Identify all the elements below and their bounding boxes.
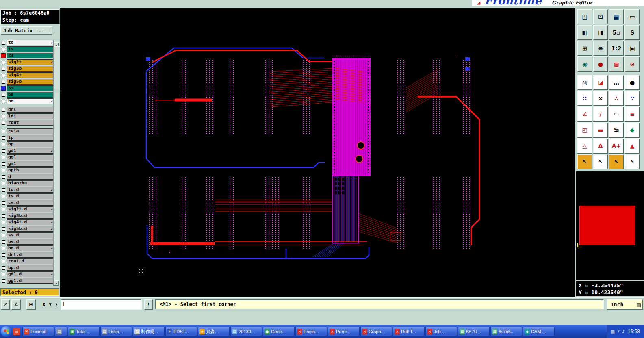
layer-row-tp[interactable]: tp [0,135,53,141]
layer-visibility-checkbox[interactable] [2,61,5,64]
layer-visibility-checkbox[interactable] [2,80,5,84]
layer-row-gd1.d[interactable]: gd1.d◢ [0,271,53,277]
layer-visibility-checkbox[interactable] [2,188,5,192]
quick-launch-foxmail-icon[interactable]: ✉ [13,328,20,335]
layer-name-label[interactable]: sig2t.d◢ [7,206,53,212]
layer-name-label[interactable]: bs [7,92,53,98]
blue-pair-dots-icon[interactable]: ∵ [624,91,640,106]
units-inch-button[interactable]: Inch [607,299,643,310]
tray-help-icon[interactable]: ? [617,329,620,334]
layer-row-cs[interactable]: cs◢ [0,53,53,58]
zoom-center-icon[interactable]: ⊕ [593,41,608,56]
layer-visibility-checkbox[interactable] [2,162,5,166]
taskbar-button-progr[interactable]: ×Progr... [328,327,360,336]
select-mode-button[interactable]: ↗ [1,299,10,310]
taskbar-button-6s7u6[interactable]: ▦6s7u6... [490,327,522,336]
layer-visibility-checkbox[interactable] [2,227,5,231]
layer-visibility-checkbox[interactable] [2,48,5,51]
layer-name-label[interactable]: sig5b [7,79,53,84]
layer-name-label[interactable]: ss [7,85,53,91]
layer-row-sig3b[interactable]: sig3b [0,66,53,72]
layer-name-label[interactable]: bo.d◢ [7,245,53,251]
layer-row-rout.d[interactable]: rout.d [0,258,53,264]
scale-1-2-icon[interactable]: 1:2 [609,41,624,56]
layer-visibility-checkbox[interactable] [2,143,5,146]
taskbar-button-graph[interactable]: ×Graph... [360,327,392,336]
layer-name-label[interactable]: gd1.d◢ [7,271,53,277]
layer-row-rout[interactable]: rout [0,120,53,126]
taskbar-button-gene[interactable]: ●Gene... [263,327,295,336]
active-layer-indicator[interactable] [1,53,6,58]
layer-row-cs.d[interactable]: cs.d [0,200,53,206]
layer-row-sig2t[interactable]: sig2t◢ [0,59,53,65]
layer-row-bo[interactable]: bo◢ [0,98,53,104]
taskbar-button-engin[interactable]: ×Engin... [295,327,327,336]
layer-name-label[interactable]: rout.d [7,258,53,264]
layer-name-label[interactable]: drl [7,107,53,113]
layer-visibility-checkbox[interactable] [2,115,5,118]
diagonal-line-icon[interactable]: ∕ [593,106,608,122]
layer-visibility-checkbox[interactable] [2,108,5,112]
taskbar-button-cam[interactable]: ◆CAM ... [523,327,555,336]
s-profile-icon[interactable]: S [624,25,640,40]
layer-row-bo.d[interactable]: bo.d◢ [0,245,53,251]
layer-name-label[interactable]: ss.d [7,232,53,238]
layer-visibility-checkbox[interactable] [2,67,5,71]
layer-row-to.d[interactable]: to.d◢ [0,187,53,193]
corner-flip-icon[interactable]: ◪ [593,75,608,90]
text-add-icon[interactable]: A+ [609,138,624,154]
layer-name-label[interactable]: gm1 [7,161,53,167]
taskbar-button-foxmail[interactable]: ✉Foxmail [22,327,54,336]
box-cursor-icon[interactable]: ↖ [609,154,624,169]
layer-visibility-checkbox[interactable] [2,121,5,125]
arrow-cursor-icon[interactable]: ↖ [593,154,608,169]
options-ellipsis-button[interactable]: … [609,75,624,90]
layer-name-label[interactable]: to◢ [7,40,53,46]
wide-monitor-icon[interactable]: ▭ [624,9,640,24]
taskbar-button-制作规[interactable]: ▤制作规... [133,327,165,336]
taskbar-button-total[interactable]: ▣Total ... [68,327,100,336]
layer-visibility-checkbox[interactable] [2,93,5,97]
layer-visibility-checkbox[interactable] [2,234,5,237]
red-pair-dots-icon[interactable]: ∴ [609,91,624,106]
taskbar-button-lister[interactable]: ▤Lister... [100,327,132,336]
clipboard-view-icon[interactable]: ▣ [624,41,640,56]
layer-row-ss[interactable]: ss [0,85,53,91]
layer-visibility-checkbox[interactable] [2,182,5,185]
width-measure-icon[interactable]: ↹ [609,122,624,138]
red-blue-dots-icon[interactable]: ∷ [577,91,592,106]
layer-visibility-checkbox[interactable] [2,74,5,77]
layer-name-label[interactable]: tp [7,135,53,141]
layer-name-label[interactable]: gg1 [7,154,53,160]
layer-name-label[interactable]: biaozhu [7,180,53,186]
layer-scrollbar[interactable]: ▲ ▼ [53,40,59,286]
layer-row-sig3b.d[interactable]: sig3b.d [0,213,53,219]
grid-mode-button[interactable]: ⊞ [26,299,36,310]
tray-display-icon[interactable]: ▦ [611,329,615,334]
zoom-region-rect[interactable] [579,206,635,245]
layer-visibility-checkbox[interactable] [2,208,5,211]
layer-visibility-checkbox[interactable] [2,253,5,257]
keypad-icon[interactable]: ▦ [609,9,624,24]
layer-name-label[interactable]: sig5b.d◢ [7,226,53,232]
layer-visibility-checkbox[interactable] [2,130,5,133]
layer-row-drl[interactable]: drl [0,107,53,113]
layer-visibility-checkbox[interactable] [2,221,5,224]
layer-row-biaozhu[interactable]: biaozhu [0,180,53,186]
triangle-outline-icon[interactable]: △ [577,138,592,154]
angle-ruler-icon[interactable]: ∠ [577,106,592,122]
screen-view-icon[interactable]: ⊡ [593,9,608,24]
angle-mode-button[interactable]: ∠ [11,299,21,310]
layer-name-label[interactable]: cs◢ [7,53,53,58]
layer-row-gm1[interactable]: gm1 [0,161,53,167]
layer-visibility-checkbox[interactable] [2,266,5,270]
layer-name-label[interactable]: bp.d [7,265,53,271]
scrollbar-down-icon[interactable]: ▼ [54,280,59,286]
layer-row-bs.d[interactable]: bs.d [0,239,53,245]
layer-row-bs[interactable]: bs [0,92,53,98]
short-dash-icon[interactable]: ▬ [593,122,608,138]
layer-name-label[interactable]: sig2t◢ [7,59,53,65]
layer-name-label[interactable]: to.d◢ [7,187,53,193]
layer-row-sig2t.d[interactable]: sig2t.d◢ [0,206,53,212]
layer-visibility-checkbox[interactable] [2,195,5,198]
